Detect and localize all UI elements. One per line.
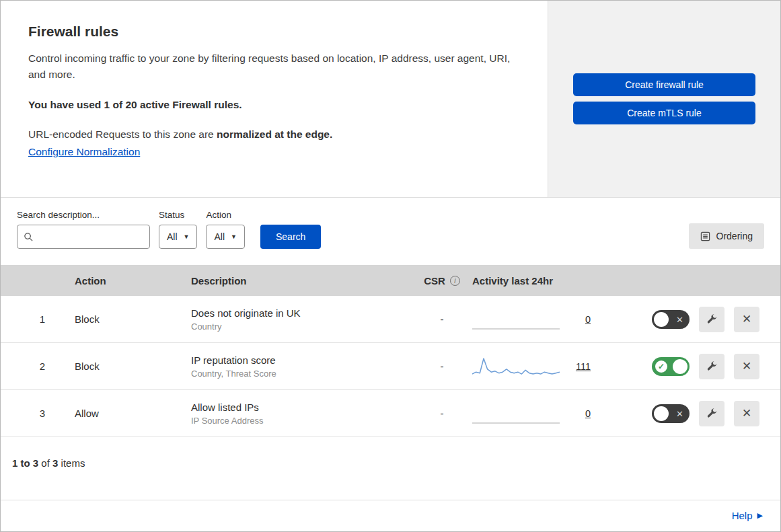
header-section: Firewall rules Control incoming traffic … xyxy=(1,1,780,198)
pagination-items: items xyxy=(61,457,85,469)
help-link[interactable]: Help ▶ xyxy=(732,510,763,521)
search-filter-group: Search description... xyxy=(17,210,150,249)
status-dropdown[interactable]: All ▼ xyxy=(159,225,197,249)
close-icon: ✕ xyxy=(742,359,751,373)
page-description: Control incoming traffic to your zone by… xyxy=(28,50,513,83)
search-label: Search description... xyxy=(17,210,150,220)
toggle-knob xyxy=(654,406,669,421)
rule-activity: 0 xyxy=(472,308,650,331)
rule-enabled-toggle[interactable]: ✓ ✕ xyxy=(652,404,690,423)
activity-count-link[interactable]: 0 xyxy=(573,408,591,419)
action-dropdown-value: All xyxy=(214,231,225,242)
wrench-icon xyxy=(706,360,718,373)
rule-description: Does not originate in UK Country xyxy=(191,307,412,332)
column-description: Description xyxy=(191,275,412,287)
info-icon[interactable]: i xyxy=(450,276,460,286)
help-link-label: Help xyxy=(732,510,753,521)
rule-description: IP reputation score Country, Threat Scor… xyxy=(191,354,412,379)
x-icon: ✕ xyxy=(676,408,683,418)
pagination-total: 3 xyxy=(52,457,58,469)
x-icon: ✕ xyxy=(676,314,683,324)
rule-activity: 0 xyxy=(472,402,650,425)
table-row: 3 Allow Allow listed IPs IP Source Addre… xyxy=(1,390,780,437)
status-filter-group: Status All ▼ xyxy=(159,210,197,249)
rule-csr-value: - xyxy=(412,360,472,372)
rule-enabled-toggle[interactable]: ✓ ✕ xyxy=(652,310,690,329)
action-filter-group: Action All ▼ xyxy=(206,210,244,249)
create-mtls-rule-button[interactable]: Create mTLS rule xyxy=(573,102,755,124)
rule-action: Allow xyxy=(46,408,191,419)
table-row: 1 Block Does not originate in UK Country… xyxy=(1,296,780,343)
search-button[interactable]: Search xyxy=(260,225,321,249)
usage-summary: You have used 1 of 20 active Firewall ru… xyxy=(28,99,521,111)
rule-fields: IP Source Address xyxy=(191,416,412,426)
normalization-note: URL-encoded Requests to this zone are no… xyxy=(28,128,521,141)
rule-controls: ✓ ✕ ✕ xyxy=(650,354,780,379)
arrow-right-icon: ▶ xyxy=(757,511,763,520)
status-label: Status xyxy=(159,210,197,220)
rule-description-text: Does not originate in UK xyxy=(191,307,412,319)
search-icon xyxy=(24,232,34,242)
actions-panel: Create firewall rule Create mTLS rule xyxy=(548,1,780,197)
wrench-icon xyxy=(706,408,718,420)
action-label: Action xyxy=(206,210,244,220)
delete-rule-button[interactable]: ✕ xyxy=(734,354,759,379)
column-csr-label: CSR xyxy=(424,275,445,287)
create-firewall-rule-button[interactable]: Create firewall rule xyxy=(573,73,755,96)
wrench-icon xyxy=(706,313,718,326)
activity-count-link[interactable]: 0 xyxy=(573,314,591,325)
rule-fields: Country xyxy=(191,321,412,332)
pagination-summary: 1 to 3 of 3 items xyxy=(1,437,780,500)
column-action: Action xyxy=(46,275,191,287)
rule-controls: ✓ ✕ ✕ xyxy=(650,307,780,332)
edit-rule-button[interactable] xyxy=(699,401,724,426)
firewall-rules-page: Firewall rules Control incoming traffic … xyxy=(0,0,781,532)
rule-activity: 111 xyxy=(472,355,650,378)
delete-rule-button[interactable]: ✕ xyxy=(734,307,759,332)
rule-action: Block xyxy=(46,313,191,325)
rule-action: Block xyxy=(46,360,191,372)
rule-description: Allow listed IPs IP Source Address xyxy=(191,402,412,426)
check-icon: ✓ xyxy=(655,360,667,373)
delete-rule-button[interactable]: ✕ xyxy=(734,401,759,426)
row-number: 1 xyxy=(1,313,46,325)
help-bar: Help ▶ xyxy=(1,500,780,531)
column-activity: Activity last 24hr xyxy=(472,275,650,287)
rule-controls: ✓ ✕ ✕ xyxy=(650,401,780,426)
chevron-down-icon: ▼ xyxy=(231,233,237,240)
row-number: 3 xyxy=(1,408,46,419)
page-title: Firewall rules xyxy=(28,24,521,40)
rule-description-text: Allow listed IPs xyxy=(191,402,412,413)
toggle-knob xyxy=(673,359,687,374)
rule-fields: Country, Threat Score xyxy=(191,369,412,379)
ordering-button[interactable]: Ordering xyxy=(689,223,764,249)
action-dropdown[interactable]: All ▼ xyxy=(206,225,244,249)
rule-csr-value: - xyxy=(412,408,472,419)
rule-csr-value: - xyxy=(412,313,472,325)
rule-enabled-toggle[interactable]: ✓ ✕ xyxy=(652,357,690,376)
row-number: 2 xyxy=(1,360,46,372)
activity-sparkline xyxy=(472,355,560,378)
activity-sparkline xyxy=(472,402,560,425)
ordering-list-icon xyxy=(700,231,710,241)
search-input[interactable] xyxy=(38,231,143,243)
close-icon: ✕ xyxy=(742,406,751,420)
column-csr: CSR i xyxy=(412,275,472,287)
activity-count-link[interactable]: 111 xyxy=(573,361,591,372)
pagination-of: of xyxy=(41,457,50,469)
table-row: 2 Block IP reputation score Country, Thr… xyxy=(1,343,780,390)
search-input-wrapper[interactable] xyxy=(17,225,150,249)
rule-description-text: IP reputation score xyxy=(191,354,412,366)
chevron-down-icon: ▼ xyxy=(184,233,190,240)
table-header: Action Description CSR i Activity last 2… xyxy=(1,265,780,296)
normalization-bold: normalized at the edge. xyxy=(217,128,332,140)
ordering-button-label: Ordering xyxy=(716,231,753,241)
status-dropdown-value: All xyxy=(167,231,178,242)
activity-sparkline xyxy=(472,308,560,331)
edit-rule-button[interactable] xyxy=(699,307,724,332)
pagination-range: 1 to 3 xyxy=(12,457,38,469)
toggle-knob xyxy=(654,312,669,327)
configure-normalization-link[interactable]: Configure Normalization xyxy=(28,146,140,157)
header-text-block: Firewall rules Control incoming traffic … xyxy=(1,1,548,197)
edit-rule-button[interactable] xyxy=(699,354,724,379)
